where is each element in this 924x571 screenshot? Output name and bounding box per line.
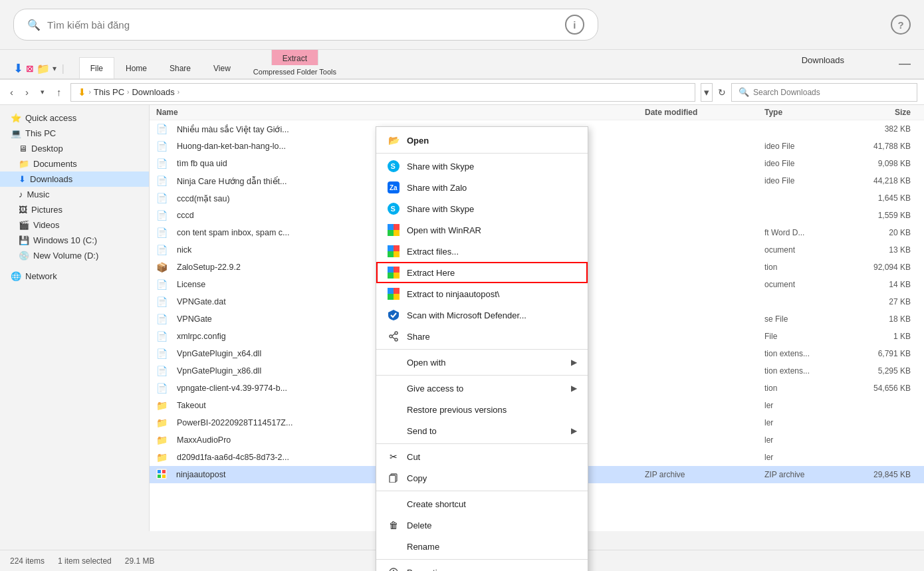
ctx-open-with[interactable]: Open with ▶	[376, 352, 588, 373]
file-type: tion	[764, 384, 851, 393]
file-type: tion extens...	[764, 366, 851, 376]
dropdown-path-button[interactable]: ▾	[701, 83, 713, 102]
file-icon: 📄	[156, 175, 168, 186]
sidebar-item-new-volume[interactable]: 💿 New Volume (D:)	[0, 248, 149, 263]
file-icon: 📄	[156, 158, 168, 169]
path-downloads[interactable]: Downloads	[132, 87, 174, 97]
ctx-open-winrar[interactable]: Open with WinRAR	[376, 219, 588, 241]
ctx-restore-versions[interactable]: Restore previous versions	[376, 399, 588, 420]
sidebar-item-documents[interactable]: 📁 Documents	[0, 156, 149, 171]
sidebar-item-desktop[interactable]: 🖥 Desktop	[0, 141, 149, 156]
ctx-separator	[376, 443, 588, 444]
tab-home[interactable]: Home	[114, 57, 158, 78]
col-size-header[interactable]: Size	[858, 108, 917, 117]
file-size: 1 KB	[858, 332, 917, 341]
file-size: 44,218 KB	[858, 176, 917, 185]
ctx-create-shortcut[interactable]: Create shortcut	[376, 493, 588, 514]
col-name-header[interactable]: Name	[156, 108, 638, 117]
sidebar-item-pictures[interactable]: 🖼 Pictures	[0, 202, 149, 217]
ctx-share-skype-1[interactable]: S Share with Skype	[376, 156, 588, 177]
file-date: ZIP archive	[645, 470, 758, 479]
forward-button[interactable]: ›	[22, 85, 32, 99]
sidebar-item-quick-access[interactable]: ⭐ Quick access	[0, 110, 149, 126]
tab-share[interactable]: Share	[158, 57, 202, 78]
svg-rect-4	[162, 475, 166, 478]
sidebar-item-network[interactable]: 🌐 Network	[0, 269, 149, 284]
svg-rect-33	[390, 475, 396, 483]
ctx-scan-defender[interactable]: Scan with Microsoft Defender...	[376, 304, 588, 326]
ctx-rename[interactable]: Rename	[376, 536, 588, 557]
windows10-icon: 💾	[19, 235, 29, 245]
file-icon: 📄	[156, 366, 168, 376]
file-icon: 📄	[156, 210, 168, 221]
ctx-extract-to[interactable]: Extract to ninjaautopost\	[376, 283, 588, 304]
ctx-copy[interactable]: Copy	[376, 467, 588, 489]
svg-rect-3	[158, 475, 161, 478]
tab-extract[interactable]: Extract	[271, 49, 318, 65]
ctx-open[interactable]: 📂 Open	[376, 130, 588, 151]
address-search-box[interactable]: 🔍	[731, 83, 917, 102]
ctx-delete[interactable]: 🗑 Delete	[376, 514, 588, 536]
path-separator1: ›	[89, 88, 91, 96]
ctx-share[interactable]: Share	[376, 326, 588, 347]
restore-icon	[387, 403, 400, 416]
help-icon[interactable]: ?	[891, 15, 911, 35]
info-icon[interactable]: i	[565, 15, 584, 35]
tab-compressed-folder-tools[interactable]: Compressed Folder Tools	[245, 65, 345, 78]
file-list-header: Name Date modified Type Size	[150, 105, 924, 120]
file-size: 20 KB	[858, 228, 917, 237]
nav-down-icon[interactable]: ⬇	[13, 61, 23, 76]
ctx-extract-here[interactable]: Extract Here	[376, 262, 588, 283]
sidebar-item-music[interactable]: ♪ Music	[0, 187, 149, 202]
rename-icon	[387, 540, 400, 553]
sidebar-item-this-pc[interactable]: 💻 This PC	[0, 126, 149, 141]
ctx-share-skype-2[interactable]: S Share with Skype	[376, 198, 588, 219]
sidebar-item-downloads[interactable]: ⬇ Downloads	[0, 171, 149, 187]
extract-to-icon	[387, 287, 400, 300]
refresh-button[interactable]: ↻	[718, 87, 726, 98]
recent-button[interactable]: ▾	[37, 86, 48, 98]
tab-view[interactable]: View	[202, 57, 242, 78]
ctx-separator	[376, 349, 588, 350]
address-search-input[interactable]	[753, 88, 886, 97]
downloads-icon: ⬇	[19, 174, 26, 184]
ctx-cut[interactable]: ✂ Cut	[376, 446, 588, 467]
winrar-icon	[387, 223, 400, 237]
svg-rect-17	[388, 251, 394, 257]
col-date-header[interactable]: Date modified	[645, 108, 758, 117]
separator: |	[62, 63, 64, 74]
toolbar-icon2[interactable]: ⊠	[26, 63, 34, 74]
file-type: ZIP archive	[764, 470, 851, 479]
ctx-give-access[interactable]: Give access to ▶	[376, 378, 588, 399]
ctx-extract-files[interactable]: Extract files...	[376, 241, 588, 262]
ctx-properties[interactable]: Properties	[376, 562, 588, 571]
sidebar-item-windows10[interactable]: 💾 Windows 10 (C:)	[0, 233, 149, 248]
shortcut-icon	[387, 497, 400, 511]
path-this-pc[interactable]: This PC	[94, 87, 124, 97]
ctx-share-zalo[interactable]: Za Share with Zalo	[376, 177, 588, 198]
music-icon: ♪	[19, 189, 23, 199]
tab-file[interactable]: File	[79, 57, 114, 78]
file-icon: 📄	[156, 331, 168, 342]
ribbon-minimize-icon[interactable]: —	[899, 57, 911, 70]
ctx-separator	[376, 491, 588, 491]
main-search-input[interactable]	[47, 19, 552, 31]
file-size: 41,788 KB	[858, 142, 917, 151]
svg-rect-24	[394, 288, 400, 294]
back-button[interactable]: ‹	[7, 85, 17, 99]
ctx-send-to[interactable]: Send to ▶	[376, 420, 588, 441]
address-path[interactable]: ⬇ › This PC › Downloads ›	[70, 83, 696, 102]
svg-point-28	[390, 335, 392, 338]
svg-rect-12	[394, 224, 400, 230]
main-search-container[interactable]: 🔍 i	[13, 9, 598, 41]
ribbon-title: Downloads	[802, 55, 844, 65]
svg-text:S: S	[391, 162, 396, 170]
file-type: ft Word D...	[764, 228, 851, 237]
col-type-header[interactable]: Type	[764, 108, 851, 117]
dropdown-arrow-icon[interactable]: ▾	[53, 64, 57, 73]
send-to-icon	[387, 424, 400, 437]
folder-icon[interactable]: 📁	[37, 62, 50, 75]
file-type: ocument	[764, 245, 851, 255]
sidebar-item-videos[interactable]: 🎬 Videos	[0, 217, 149, 233]
up-button[interactable]: ↑	[53, 85, 65, 99]
